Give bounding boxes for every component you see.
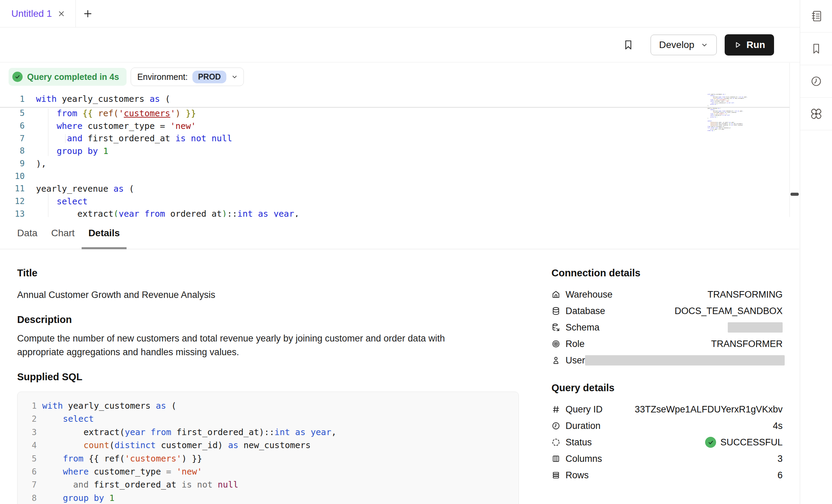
line-number: 7 xyxy=(0,134,25,143)
tab-details[interactable]: Details xyxy=(82,217,127,249)
detail-value: 4s xyxy=(773,421,783,431)
detail-label: Warehouse xyxy=(566,289,613,300)
history-panel-button[interactable] xyxy=(800,65,832,98)
editor-line[interactable]: 10 xyxy=(0,170,789,182)
database-icon xyxy=(551,307,560,315)
detail-value: TRANSFORMER xyxy=(711,339,783,349)
query-status-text: Query completed in 4s xyxy=(27,72,119,82)
detail-value: 33TZseWpe1ALFDUYerxR1gVKxbv xyxy=(635,404,783,415)
check-circle-icon xyxy=(12,72,23,82)
line-code: with yearly_customers as ( xyxy=(36,94,170,104)
chevron-down-icon xyxy=(701,41,708,49)
line-code: yearly_revenue as ( xyxy=(36,184,134,194)
fold-divider xyxy=(0,107,789,108)
run-button[interactable]: Run xyxy=(725,34,774,56)
editor-line[interactable]: 1with yearly_customers as ( xyxy=(0,91,789,107)
status-row: Query completed in 4s Environment: PROD xyxy=(9,63,244,91)
line-number: 10 xyxy=(0,171,25,181)
detail-row-user: User xyxy=(551,352,783,369)
detail-row-database: DatabaseDOCS_TEAM_SANDBOX xyxy=(551,303,783,319)
tab-data[interactable]: Data xyxy=(10,217,44,249)
lineage-icon xyxy=(809,107,823,121)
line-code: from {{ ref('customers') }} xyxy=(36,108,196,118)
minimap-line: order by 1 xyxy=(708,130,750,131)
editor-line[interactable]: 9), xyxy=(0,157,789,170)
plus-icon xyxy=(83,9,93,19)
detail-row-role: RoleTRANSFORMER xyxy=(551,336,783,352)
rows-icon xyxy=(551,471,560,480)
tab-bar: Untitled 1 xyxy=(0,0,800,27)
editor-line[interactable]: 6 where customer_type = 'new' xyxy=(0,120,789,132)
query-details-heading: Query details xyxy=(551,382,783,394)
tab-untitled-1[interactable]: Untitled 1 xyxy=(0,0,76,27)
line-number: 5 xyxy=(0,108,25,118)
connection-details-heading: Connection details xyxy=(551,267,783,279)
detail-label: Role xyxy=(566,339,585,349)
run-label: Run xyxy=(747,39,765,50)
environment-select[interactable]: Environment: PROD xyxy=(131,68,244,86)
sql-block-line: 1with yearly_customers as ( xyxy=(26,399,510,412)
line-number: 1 xyxy=(0,94,25,104)
sql-block-line: 6 where customer_type = 'new' xyxy=(26,465,510,478)
line-code: extract(year from ordered_at)::int as ye… xyxy=(36,209,299,217)
develop-label: Develop xyxy=(659,39,694,50)
notebook-icon xyxy=(809,9,823,23)
spinner-icon xyxy=(551,438,560,447)
detail-label: Duration xyxy=(566,421,601,431)
detail-value: SUCCESSFUL xyxy=(720,437,783,448)
line-code: ), xyxy=(36,159,46,169)
editor-line[interactable]: 12 select xyxy=(0,195,789,208)
editor-lines: 1with yearly_customers as (5 from {{ ref… xyxy=(0,91,789,217)
detail-row-status: StatusSUCCESSFUL xyxy=(551,434,783,451)
detail-value: 6 xyxy=(777,470,783,481)
detail-label: Query ID xyxy=(566,404,603,415)
query-details-rows: Query ID33TZseWpe1ALFDUYerxR1gVKxbvDurat… xyxy=(551,401,783,483)
detail-row-duration: Duration4s xyxy=(551,418,783,434)
line-number: 11 xyxy=(0,184,25,193)
detail-label: Rows xyxy=(566,470,589,481)
editor-line[interactable]: 7 and first_ordered_at is not null xyxy=(0,132,789,145)
minimap[interactable]: with yearly_customers as ( select extrac… xyxy=(708,94,750,132)
user-icon xyxy=(551,356,560,365)
supplied-sql-heading: Supplied SQL xyxy=(17,371,519,383)
sql-block-line: 4 count(distinct customer_id) as new_cus… xyxy=(26,439,510,452)
line-number: 13 xyxy=(0,209,25,217)
close-icon[interactable] xyxy=(57,10,66,18)
lineage-panel-button[interactable] xyxy=(800,98,832,130)
scrollbar-track xyxy=(789,63,790,217)
play-icon xyxy=(734,41,742,49)
develop-dropdown[interactable]: Develop xyxy=(651,35,717,55)
tab-label: Untitled 1 xyxy=(11,8,52,19)
description-heading: Description xyxy=(17,314,519,325)
notebook-panel-button[interactable] xyxy=(800,0,832,33)
line-number: 6 xyxy=(0,121,25,131)
indent-guide xyxy=(48,109,48,156)
line-number: 8 xyxy=(0,146,25,156)
editor-line[interactable]: 5 from {{ ref('customers') }} xyxy=(0,107,789,120)
supplied-sql-block: 1with yearly_customers as (2 select3 ext… xyxy=(17,392,519,504)
sql-block-line: 7 and first_ordered_at is not null xyxy=(26,478,510,491)
detail-value: TRANSFORMING xyxy=(708,289,783,300)
bookmark-button[interactable] xyxy=(623,39,633,51)
sql-block-line: 2 select xyxy=(26,412,510,425)
detail-value: 3 xyxy=(777,454,783,464)
detail-row-query-id: Query ID33TZseWpe1ALFDUYerxR1gVKxbv xyxy=(551,401,783,418)
editor-line[interactable]: 8 group by 1 xyxy=(0,145,789,157)
sql-editor[interactable]: 1with yearly_customers as (5 from {{ ref… xyxy=(0,91,789,217)
editor-line[interactable]: 11yearly_revenue as ( xyxy=(0,182,789,195)
editor-line[interactable]: 13 extract(year from ordered_at)::int as… xyxy=(0,208,789,217)
schema-icon xyxy=(551,323,560,332)
bookmarks-panel-button[interactable] xyxy=(800,33,832,65)
result-tabs: DataChartDetails xyxy=(0,217,799,249)
scrollbar-handle[interactable] xyxy=(791,193,799,196)
line-number: 9 xyxy=(0,159,25,168)
right-panels: Connection details WarehouseTRANSFORMING… xyxy=(551,267,783,497)
detail-label: Columns xyxy=(566,454,602,464)
hash-icon xyxy=(551,405,560,414)
description-value: Compute the number of new customers and … xyxy=(17,332,480,359)
warehouse-icon xyxy=(551,290,560,299)
indent-guide xyxy=(65,134,66,143)
query-status-pill: Query completed in 4s xyxy=(9,68,127,86)
new-tab-button[interactable] xyxy=(83,9,93,19)
tab-chart[interactable]: Chart xyxy=(44,217,81,249)
